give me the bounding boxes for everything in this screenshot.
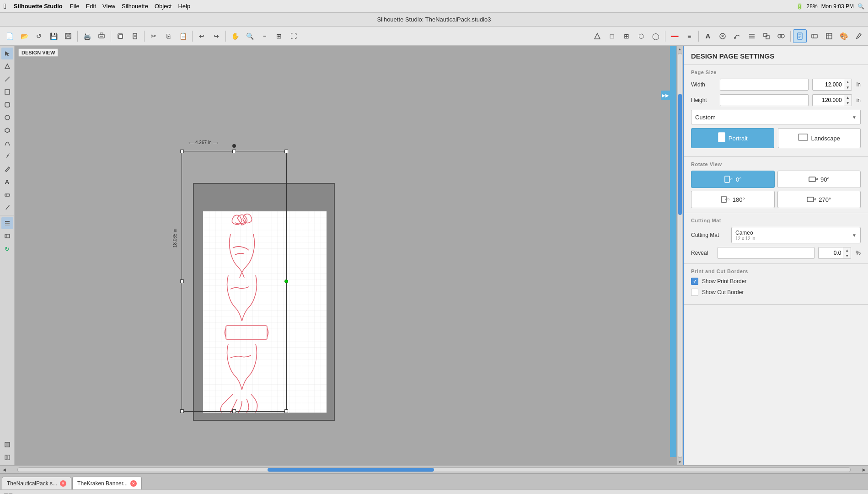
- draw-button[interactable]: □: [605, 29, 619, 43]
- scroll-right-arrow[interactable]: ▶: [860, 466, 868, 474]
- knife-tool[interactable]: [1, 201, 13, 213]
- portrait-button[interactable]: Portrait: [691, 128, 774, 148]
- ellipse-tool[interactable]: [1, 112, 13, 124]
- reveal-input-empty[interactable]: [718, 247, 814, 259]
- menu-object[interactable]: Object: [155, 3, 172, 10]
- paste-button[interactable]: 📋: [176, 29, 190, 43]
- text-button[interactable]: A: [701, 29, 715, 43]
- height-value-input[interactable]: [812, 94, 844, 106]
- height-input-empty[interactable]: [720, 94, 809, 106]
- height-up-arrow[interactable]: ▲: [844, 95, 852, 100]
- cut-settings-button[interactable]: [808, 29, 821, 43]
- width-down-arrow[interactable]: ▼: [844, 85, 852, 90]
- canvas-area[interactable]: DESIGN VIEW: [15, 46, 676, 465]
- menu-silhouette[interactable]: Silhouette: [122, 3, 148, 10]
- polygon-tool[interactable]: [1, 124, 13, 136]
- pen-tool[interactable]: [1, 150, 13, 162]
- tab-nautical[interactable]: TheNauticalPack.s... ✕: [2, 477, 71, 489]
- height-down-arrow[interactable]: ▼: [844, 100, 852, 106]
- layers-panel-btn[interactable]: [1, 217, 13, 229]
- zoom-window-button[interactable]: ⛶: [287, 29, 300, 43]
- rounded-rect-tool[interactable]: [1, 99, 13, 111]
- vertical-scrollbar[interactable]: ▲ ▼: [676, 46, 683, 465]
- pan-button[interactable]: ✋: [228, 29, 242, 43]
- zoom-fit-button[interactable]: ⊞: [272, 29, 286, 43]
- rotate-0-button[interactable]: ab 0°: [691, 171, 775, 188]
- show-print-border-checkbox[interactable]: ✓: [691, 278, 698, 285]
- page-settings-button[interactable]: [793, 29, 807, 43]
- paste-style-button[interactable]: [128, 29, 142, 43]
- node-edit-button[interactable]: [590, 29, 604, 43]
- eraser-tool[interactable]: [1, 188, 13, 200]
- rotate-90-button[interactable]: ab 90°: [777, 171, 861, 188]
- text-tool[interactable]: A: [1, 176, 13, 188]
- view-toggle-1[interactable]: [1, 439, 13, 451]
- expand-canvas-button[interactable]: ▶▶: [661, 91, 670, 100]
- copy-style-button[interactable]: [113, 29, 127, 43]
- menu-edit[interactable]: Edit: [86, 3, 96, 10]
- size-preset-dropdown[interactable]: Custom ▼: [691, 110, 861, 124]
- print-button[interactable]: 🖨️: [80, 29, 94, 43]
- new-button[interactable]: 📄: [3, 29, 16, 43]
- rect-tool[interactable]: [1, 86, 13, 98]
- replicate-button[interactable]: [760, 29, 773, 43]
- menu-help[interactable]: Help: [178, 3, 190, 10]
- tab-kraken[interactable]: TheKraken Banner... ✕: [72, 477, 142, 489]
- line-style-button[interactable]: ≡: [682, 29, 696, 43]
- cutting-mat-dropdown[interactable]: Cameo 12 x 12 in ▼: [731, 227, 861, 243]
- curve-tool[interactable]: [1, 137, 13, 149]
- show-cut-border-checkbox[interactable]: [691, 289, 698, 296]
- copy-button[interactable]: ⎘: [161, 29, 175, 43]
- shape-button[interactable]: ◯: [649, 29, 663, 43]
- align-button[interactable]: [745, 29, 759, 43]
- undo-button[interactable]: ↩: [195, 29, 209, 43]
- zoom-out-button[interactable]: －: [257, 29, 271, 43]
- reveal-value-input[interactable]: [818, 247, 843, 259]
- menu-file[interactable]: File: [70, 3, 80, 10]
- open-button[interactable]: 📂: [17, 29, 31, 43]
- rotate-270-button[interactable]: ab 270°: [777, 191, 861, 208]
- horizontal-scrollbar[interactable]: ◀ ▶: [0, 465, 868, 473]
- pencil-tool[interactable]: [1, 163, 13, 175]
- cut-button[interactable]: ✂: [147, 29, 161, 43]
- zoom-in-status[interactable]: +: [16, 492, 26, 494]
- zoom-in-button[interactable]: 🔍: [243, 29, 257, 43]
- trace-button[interactable]: [730, 29, 744, 43]
- reveal-up-arrow[interactable]: ▲: [843, 247, 851, 253]
- knife-button[interactable]: [716, 29, 729, 43]
- save-button[interactable]: 💾: [47, 29, 60, 43]
- view-toggle-2[interactable]: [1, 451, 13, 463]
- weld-button[interactable]: [774, 29, 788, 43]
- width-input-empty[interactable]: [720, 79, 809, 91]
- width-value-input[interactable]: [812, 79, 844, 91]
- landscape-button[interactable]: Landscape: [778, 128, 861, 148]
- fill-color-button[interactable]: ━━: [668, 29, 681, 43]
- save-as-button[interactable]: [61, 29, 75, 43]
- color-palette-button[interactable]: 🎨: [837, 29, 851, 43]
- tab-nautical-close[interactable]: ✕: [60, 480, 66, 487]
- scroll-track-h[interactable]: [17, 467, 851, 472]
- grid-button[interactable]: [822, 29, 836, 43]
- search-icon[interactable]: 🔍: [857, 3, 864, 10]
- scroll-down-arrow[interactable]: ▼: [677, 459, 683, 465]
- scroll-left-arrow[interactable]: ◀: [0, 466, 8, 474]
- select-tool[interactable]: [1, 48, 13, 59]
- print-cut-button[interactable]: [95, 29, 108, 43]
- scroll-up-arrow[interactable]: ▲: [677, 46, 683, 52]
- eyedropper-button[interactable]: [852, 29, 865, 43]
- scroll-track-v[interactable]: [678, 53, 682, 458]
- node-tool[interactable]: [1, 60, 13, 72]
- grid-view-button[interactable]: ⊞: [620, 29, 633, 43]
- revert-button[interactable]: ↺: [32, 29, 46, 43]
- zoom-out-status[interactable]: -: [29, 492, 38, 494]
- tab-kraken-close[interactable]: ✕: [130, 480, 137, 487]
- line-tool[interactable]: [1, 73, 13, 85]
- rotate-180-button[interactable]: qb 180°: [691, 191, 775, 208]
- width-up-arrow[interactable]: ▲: [844, 79, 852, 85]
- menu-view[interactable]: View: [102, 3, 115, 10]
- layers-button[interactable]: ⬡: [634, 29, 648, 43]
- sync-panel-btn[interactable]: ↻: [1, 243, 13, 255]
- reveal-down-arrow[interactable]: ▼: [843, 253, 851, 258]
- library-panel-btn[interactable]: [1, 230, 13, 242]
- redo-button[interactable]: ↪: [209, 29, 223, 43]
